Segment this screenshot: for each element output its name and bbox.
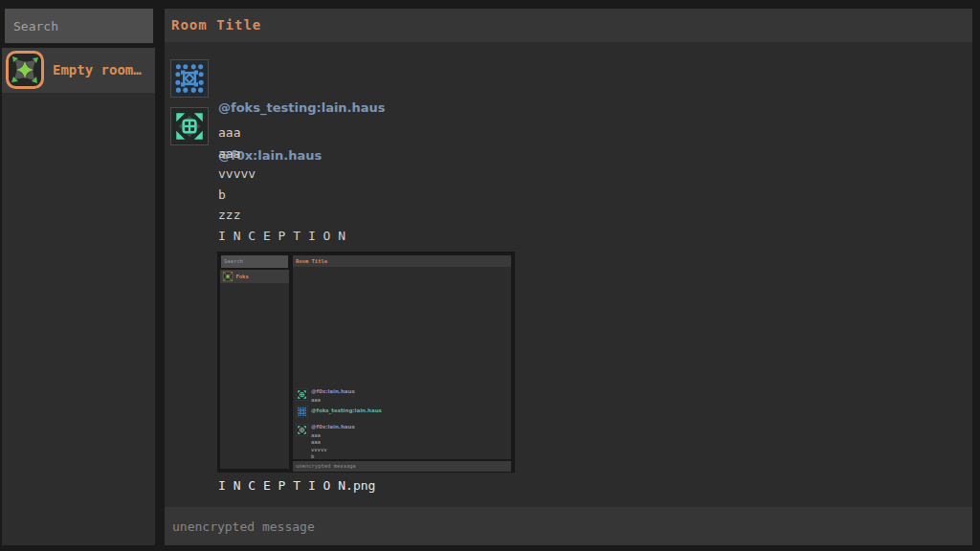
message-line: I N C E P T I O N xyxy=(218,226,345,247)
mini-message-line: vvvvv xyxy=(311,446,327,453)
message-body: aaa aaa vvvvv b zzz I N C E P T I O N xyxy=(218,122,345,246)
mini-user-avatar-icon xyxy=(296,388,308,401)
mini-message-sender: @foks_testing:lain.haus xyxy=(311,408,382,414)
attachment-image[interactable]: Search Foks Room Title @f0x:lain.haus aa… xyxy=(218,253,514,472)
app-window: Empty room… Room Title @foks_testing:lai… xyxy=(0,0,980,551)
message-line: b xyxy=(218,185,345,206)
mini-search-input: Search xyxy=(221,255,288,268)
room-header: Room Title xyxy=(165,9,972,42)
user-avatar-icon[interactable] xyxy=(170,107,209,145)
room-list: Empty room… xyxy=(2,48,155,545)
message-line: zzz xyxy=(218,205,345,226)
mini-message-line: b xyxy=(311,453,314,461)
mini-user-avatar-icon xyxy=(296,406,308,418)
mini-message-timeline: @f0x:lain.haus aaa @foks_testing:lain.ha… xyxy=(293,267,511,459)
mini-room-name: Foks xyxy=(236,270,249,283)
mini-user-avatar-icon xyxy=(296,424,308,436)
search-input[interactable] xyxy=(5,9,153,43)
mini-room-header: Room Title xyxy=(293,255,511,267)
message-line: aaa xyxy=(218,122,345,143)
user-avatar-icon[interactable] xyxy=(170,59,209,98)
message-sender[interactable]: @foks_testing:lain.haus xyxy=(218,100,386,115)
mini-message-sender: @f0x:lain.haus xyxy=(311,424,355,430)
message-line: vvvvv xyxy=(218,164,345,185)
mini-message-line: aaa xyxy=(311,439,321,447)
room-list-item[interactable]: Empty room… xyxy=(2,48,155,93)
mini-message-line: aaa xyxy=(311,431,321,439)
room-title: Room Title xyxy=(171,9,261,42)
mini-room-list: Foks xyxy=(220,270,289,469)
message-input[interactable] xyxy=(165,507,972,545)
mini-message-input: unencrypted message xyxy=(293,461,511,472)
embedded-screenshot: Search Foks Room Title @f0x:lain.haus aa… xyxy=(218,253,514,472)
message-line: aaa xyxy=(218,143,345,165)
mini-room-avatar-icon xyxy=(223,272,234,282)
mini-room-item: Foks xyxy=(220,270,289,283)
room-avatar-icon xyxy=(6,51,44,89)
attachment-filename[interactable]: I N C E P T I O N.png xyxy=(218,478,375,493)
room-name: Empty room… xyxy=(53,48,142,93)
mini-message-sender: @f0x:lain.haus xyxy=(311,388,355,395)
mini-message-line: aaa xyxy=(311,396,321,404)
message-timeline: @foks_testing:lain.haus @f0x:lain.haus a… xyxy=(165,42,972,507)
